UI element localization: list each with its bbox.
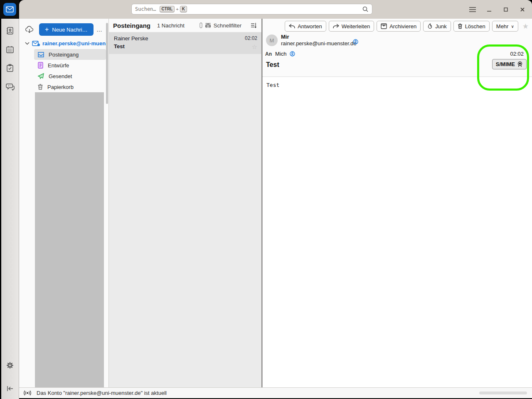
shortcut-k-badge: K bbox=[180, 6, 187, 12]
collapse-spaces-button[interactable] bbox=[3, 382, 17, 396]
row-time: 02:02 bbox=[245, 35, 257, 42]
delete-trash-icon bbox=[458, 23, 463, 29]
from-email: rainer.perske@uni-muenster.de bbox=[281, 40, 357, 47]
message-time: 02:02 bbox=[510, 51, 524, 57]
message-header: M Mir rainer.perske@uni-muenster.de An M… bbox=[262, 33, 532, 77]
trash-icon bbox=[37, 84, 43, 90]
titlebar: Suchen… CTRL + K bbox=[19, 0, 532, 19]
account-label: rainer.perske@uni-muen… bbox=[42, 40, 106, 47]
more-button[interactable]: Mehr ∨ bbox=[492, 21, 518, 32]
message-list-pane: Posteingang 1 Nachricht Schnellfilter bbox=[109, 19, 262, 387]
address-book-icon bbox=[6, 27, 14, 35]
smime-seal-icon bbox=[517, 61, 523, 67]
contact-icon[interactable] bbox=[290, 51, 295, 57]
tasks-icon bbox=[6, 64, 14, 72]
to-value: Mich bbox=[275, 51, 286, 57]
junk-flame-icon bbox=[427, 23, 433, 30]
message-row[interactable]: Rainer Perske 02:02 Test ☆ bbox=[109, 32, 261, 54]
reply-icon bbox=[289, 24, 295, 29]
smime-button[interactable]: S/MIME bbox=[492, 59, 527, 69]
app-menu-hamburger-icon[interactable] bbox=[467, 4, 478, 15]
archive-button[interactable]: Archivieren bbox=[377, 21, 421, 32]
avatar: M bbox=[266, 34, 278, 46]
folder-pane-gray-block bbox=[35, 92, 104, 387]
quick-filter-sliders-icon[interactable] bbox=[205, 22, 211, 28]
search-placeholder: Suchen… bbox=[135, 6, 156, 12]
list-display-options-icon[interactable] bbox=[251, 22, 257, 28]
row-star-icon[interactable]: ☆ bbox=[252, 43, 257, 51]
search-icon bbox=[362, 6, 369, 12]
message-star-icon[interactable]: ★ bbox=[522, 22, 529, 31]
new-message-label: Neue Nachri… bbox=[52, 27, 87, 33]
global-search-input[interactable]: Suchen… CTRL + K bbox=[131, 4, 372, 15]
forward-icon bbox=[333, 24, 339, 29]
chevron-down-icon bbox=[25, 42, 30, 45]
message-toolbar: Antworten Weiterleiten Archivieren bbox=[262, 19, 532, 33]
spaces-toolbar bbox=[0, 0, 19, 399]
inbox-icon bbox=[37, 52, 44, 58]
address-book-space-button[interactable] bbox=[3, 24, 17, 38]
mail-envelope-icon bbox=[6, 6, 14, 12]
folder-label: Gesendet bbox=[49, 73, 72, 79]
message-body: Test bbox=[262, 77, 532, 93]
chevron-down-icon: ∨ bbox=[511, 24, 514, 29]
settings-space-button[interactable] bbox=[3, 358, 17, 372]
settings-gear-icon bbox=[6, 361, 14, 369]
message-subject: Test bbox=[266, 61, 279, 69]
shortcut-plus: + bbox=[176, 7, 178, 12]
calendar-icon bbox=[6, 45, 14, 54]
broadcast-icon bbox=[23, 390, 32, 396]
minimize-icon[interactable] bbox=[484, 4, 495, 15]
message-count: 1 Nachricht bbox=[157, 22, 185, 29]
quick-filter-label[interactable]: Schnellfilter bbox=[214, 22, 241, 29]
row-sender: Rainer Perske bbox=[114, 35, 148, 42]
folder-item-entwuerfe[interactable]: Entwürfe bbox=[34, 60, 106, 71]
plus-icon: + bbox=[45, 26, 49, 33]
chat-icon bbox=[6, 83, 15, 91]
from-name: Mir bbox=[281, 34, 289, 40]
junk-button[interactable]: Junk bbox=[423, 21, 451, 32]
mail-space-button[interactable] bbox=[3, 3, 16, 16]
archive-icon bbox=[381, 23, 387, 29]
drafts-icon bbox=[37, 62, 44, 69]
account-row[interactable]: rainer.perske@uni-muen… bbox=[19, 38, 108, 49]
forward-button[interactable]: Weiterleiten bbox=[329, 21, 374, 32]
progress-bar bbox=[479, 392, 527, 394]
maximize-icon[interactable] bbox=[500, 4, 511, 15]
contact-icon[interactable] bbox=[353, 39, 358, 44]
folder-item-posteingang[interactable]: Posteingang bbox=[34, 49, 106, 60]
message-pane: Antworten Weiterleiten Archivieren bbox=[262, 19, 532, 387]
folder-pane-scrollbar[interactable] bbox=[106, 23, 108, 104]
folder-label: Papierkorb bbox=[47, 84, 74, 90]
sent-icon bbox=[37, 73, 44, 79]
status-text: Das Konto "rainer.perske@uni-muenster.de… bbox=[37, 390, 167, 396]
chat-space-button[interactable] bbox=[3, 80, 17, 94]
calendar-space-button[interactable] bbox=[3, 42, 17, 57]
get-messages-cloud-icon[interactable] bbox=[25, 26, 34, 33]
shortcut-ctrl-badge: CTRL bbox=[160, 6, 175, 12]
collapse-sidebar-icon bbox=[6, 386, 14, 392]
list-title: Posteingang bbox=[113, 22, 150, 29]
reply-button[interactable]: Antworten bbox=[285, 21, 326, 32]
folder-pane: + Neue Nachri… … rainer.perske@uni-muen… bbox=[19, 19, 109, 387]
folder-label: Entwürfe bbox=[48, 62, 69, 69]
folder-pane-options-button[interactable]: … bbox=[94, 26, 105, 33]
folder-item-papierkorb[interactable]: Papierkorb bbox=[34, 81, 106, 92]
tasks-space-button[interactable] bbox=[3, 61, 17, 75]
close-icon[interactable] bbox=[517, 4, 528, 15]
new-message-button[interactable]: + Neue Nachri… bbox=[39, 23, 94, 36]
folder-label: Posteingang bbox=[49, 52, 79, 58]
row-subject: Test bbox=[114, 43, 125, 51]
thunderbird-window: Suchen… CTRL + K bbox=[0, 0, 532, 399]
delete-button[interactable]: Löschen bbox=[453, 21, 490, 32]
to-label: An bbox=[265, 51, 272, 57]
folder-item-gesendet[interactable]: Gesendet bbox=[34, 71, 106, 81]
status-bar: Das Konto "rainer.perske@uni-muenster.de… bbox=[19, 387, 532, 398]
account-mail-icon bbox=[32, 41, 40, 47]
filter-pill-icon[interactable] bbox=[200, 22, 202, 28]
message-list-header: Posteingang 1 Nachricht Schnellfilter bbox=[109, 19, 261, 32]
